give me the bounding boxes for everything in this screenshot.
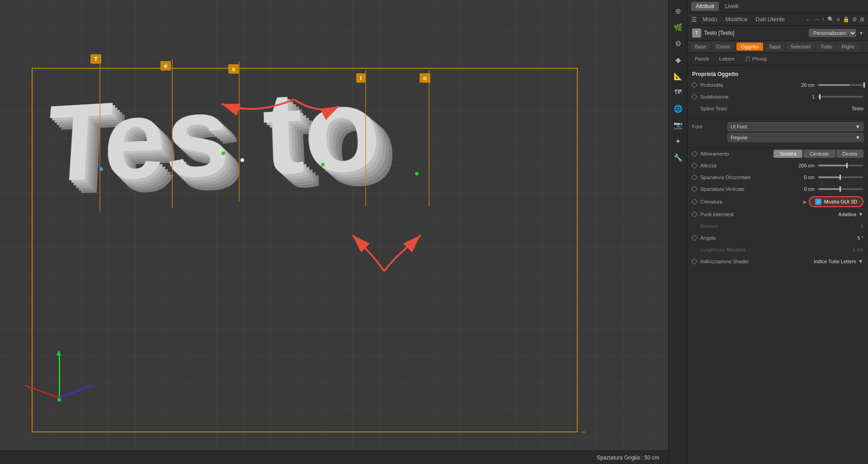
hamburger-icon[interactable]: ☰	[691, 16, 697, 23]
font-name-dropdown[interactable]: UI Font ▼	[727, 122, 863, 131]
prop-slider-suddivisione[interactable]	[818, 96, 863, 98]
forward-btn[interactable]: →	[814, 16, 819, 23]
prop-label-spaz-orz: Spaziatura Orizzontale	[700, 175, 788, 180]
attr-tab-base[interactable]: Base	[690, 43, 711, 51]
attr-tab-oggetto[interactable]: Oggetto	[736, 43, 763, 51]
preset-dropdown[interactable]: Personalizzato	[809, 29, 856, 37]
toolbar-icon-8[interactable]: 📷	[671, 118, 685, 132]
toolbar-icon-4[interactable]: ◆	[671, 52, 685, 67]
prop-allineamento: Allineamento Sinistra Centrato Destra	[688, 148, 868, 160]
attr-tab-righe[interactable]: Righe	[837, 43, 859, 51]
prop-angolo[interactable]: Angolo 5 °	[688, 232, 868, 244]
toolbar-icon-3[interactable]: ⚙	[671, 36, 685, 51]
prop-label-indicizzazione: Indicizzazione Shader	[700, 259, 814, 264]
prop-spaz-verticale[interactable]: Spaziatura Verticale 0 cm	[688, 183, 868, 195]
tab-livelli[interactable]: Livelli	[721, 2, 743, 11]
font-style-value: Regular	[731, 135, 748, 140]
toolbar-icon-6[interactable]: 🗺	[671, 85, 685, 99]
filter-icon[interactable]: ≡	[837, 16, 840, 23]
green-dot-1	[222, 152, 225, 155]
prop-spline-testo[interactable]: Spline Testo Testo	[688, 103, 868, 114]
sub-tab-lettere[interactable]: Lettere	[715, 55, 739, 63]
prop-diamond-crenatura	[691, 199, 698, 205]
char-label-s: s	[228, 64, 239, 74]
toolbar-icon-5[interactable]: 📐	[671, 69, 685, 83]
sub-tabs: Parole Lettere 🎵 Phong	[688, 53, 868, 66]
expand-icon[interactable]: ⊞	[860, 16, 864, 23]
viewport[interactable]: Tes to T e s t o →	[0, 0, 668, 464]
prop-label-suddivisione: Suddivisione	[700, 94, 788, 99]
attr-tab-selezioni[interactable]: Selezioni	[786, 43, 816, 51]
lock-icon[interactable]: 🔒	[843, 16, 849, 23]
prop-suddivisione[interactable]: Suddivisione 1	[688, 91, 868, 103]
font-section: Font UI Font ▼ Regular ▼	[688, 118, 868, 148]
text-3d-display: Tes to	[42, 70, 385, 199]
toolbar-icon-10[interactable]: 🔧	[671, 150, 685, 165]
mostra-gui-3d-checkbox[interactable]: ✓	[815, 199, 821, 205]
toolbar-icon-9[interactable]: ✦	[671, 134, 685, 148]
object-name-label: Testo [Testo]	[704, 30, 806, 36]
prop-slider-profondita[interactable]	[818, 84, 863, 86]
align-sinistra[interactable]: Sinistra	[774, 150, 803, 158]
toolbar-icon-1[interactable]: ⊕	[671, 4, 685, 18]
back-btn[interactable]: ←	[806, 16, 811, 23]
align-centrato[interactable]: Centrato	[803, 150, 835, 158]
prop-lunghezza: Lunghezza Massima 5 cm	[688, 244, 868, 256]
font-section-label: Font	[692, 124, 724, 129]
prop-label-punti: Punti Intermedi	[700, 212, 829, 217]
blue-dot	[99, 167, 103, 171]
panel-toolbar: ☰ Modo Modifica Dati Utente ← → ↑ 🔍 ≡ 🔒 …	[688, 13, 868, 26]
prop-diamond-suddivisione	[691, 94, 698, 100]
right-toolbar: ⊕ 🌿 ⚙ ◆ 📐 🗺 🌐 📷 ✦ 🔧	[668, 0, 687, 464]
align-buttons: Sinistra Centrato Destra	[774, 150, 863, 158]
prop-slider-altezza[interactable]	[818, 165, 863, 166]
props-section-title: Proprietà Oggetto	[688, 69, 868, 79]
attr-tab-coord[interactable]: Coord.	[712, 43, 736, 51]
prop-diamond-spaz-orz	[691, 174, 698, 180]
prop-value-lunghezza: 5 cm	[836, 247, 863, 252]
search-icon[interactable]: 🔍	[827, 16, 834, 23]
crenatura-expand-arrow[interactable]: ▶	[803, 199, 807, 204]
vert-line-T	[99, 54, 100, 213]
dati-utente-btn[interactable]: Dati Utente	[753, 15, 788, 24]
prop-slider-thumb-profondita	[863, 82, 865, 88]
object-header: T Testo [Testo] Personalizzato ▼	[688, 26, 868, 41]
align-destra[interactable]: Destra	[836, 150, 863, 158]
tab-attributi[interactable]: Attributi	[691, 2, 719, 11]
prop-altezza[interactable]: Altezza 200 cm	[688, 160, 868, 171]
prop-diamond-indicizzazione	[691, 258, 698, 265]
prop-slider-thumb-spaz-vert	[840, 186, 841, 192]
sub-tab-parole[interactable]: Parole	[690, 55, 714, 63]
prop-value-suddivisione: 1	[788, 94, 815, 99]
punti-dropdown-arrow[interactable]: ▼	[858, 211, 863, 218]
prop-slider-fill-spaz-orz	[818, 176, 841, 178]
prop-profondita[interactable]: Profondità 20 cm	[688, 79, 868, 91]
settings-icon[interactable]: ⚙	[852, 16, 857, 23]
prop-value-profondita: 20 cm	[788, 82, 815, 88]
modo-btn[interactable]: Modo	[700, 15, 720, 24]
toolbar-icon-2[interactable]: 🌿	[671, 20, 685, 34]
prop-spaz-orizzontale[interactable]: Spaziatura Orizzontale 0 cm	[688, 171, 868, 183]
prop-punti-intermedi[interactable]: Punti Intermedi Adattiva ▼	[688, 208, 868, 220]
properties-panel: Attributi Livelli ☰ Modo Modifica Dati U…	[687, 0, 868, 464]
font-style-dropdown[interactable]: Regular ▼	[727, 133, 863, 142]
prop-label-crenatura: Crenatura	[700, 199, 803, 204]
prop-slider-spaz-orz[interactable]	[818, 176, 863, 178]
char-label-t: t	[356, 73, 365, 83]
up-btn[interactable]: ↑	[822, 16, 825, 23]
attr-tab-tappi[interactable]: Tappi	[764, 43, 785, 51]
font-style-arrow: ▼	[855, 135, 860, 140]
indicizzazione-dropdown-arrow[interactable]: ▼	[858, 258, 863, 265]
grid-spacing-label: Spaziatura Griglia : 50 cm	[597, 455, 659, 461]
sub-tab-phong[interactable]: 🎵 Phong	[740, 55, 771, 63]
prop-indicizzazione[interactable]: Indicizzazione Shader Indice Tutte Lette…	[688, 256, 868, 267]
prop-slider-thumb-suddivisione	[819, 94, 821, 99]
attr-tab-tutto[interactable]: Tutto	[816, 43, 836, 51]
prop-slider-spaz-vert[interactable]	[818, 188, 863, 190]
modifica-btn[interactable]: Modifica	[723, 15, 750, 24]
prop-label-angolo: Angolo	[700, 235, 836, 241]
text-3d-area: Tes to T e s t o →	[27, 54, 632, 428]
toolbar-icon-7[interactable]: 🌐	[671, 101, 685, 116]
prop-crenatura[interactable]: Crenatura ▶ ✓ Mostra GUI 3D	[688, 195, 868, 208]
char-label-e: e	[160, 61, 171, 71]
